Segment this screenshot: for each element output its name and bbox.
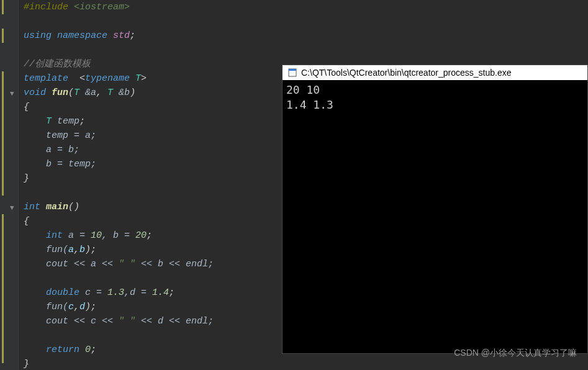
string-literal: " " [119,316,135,327]
line-modified-marker [2,71,4,196]
keyword: return [24,345,79,355]
keyword: namespace [52,30,107,41]
keyword: int [24,202,40,212]
function-call: fun( [24,302,68,312]
code-line[interactable]: } [24,357,588,370]
variable: c [68,302,74,312]
punctuation: ) [130,88,135,98]
code-line[interactable]: #include <iostream> [24,0,588,14]
punctuation: > [141,73,147,84]
statement: << d << endl; [135,316,214,327]
punctuation: ( [68,88,74,98]
statement: temp = a; [24,130,96,141]
punctuation: ; [169,287,174,298]
punctuation: ; [130,30,135,41]
number-literal: 1.3 [107,287,124,298]
line-modified-marker [2,0,4,14]
function-name: fun [46,88,68,98]
fold-toggle-icon[interactable]: ▼ [10,201,14,215]
brace: } [24,173,29,184]
preprocessor-directive: #include [24,2,68,12]
statement: << b << endl; [135,259,214,269]
punctuation: ,d = [124,287,152,298]
brace: { [24,102,29,112]
code-line[interactable]: using namespace std; [24,29,588,43]
keyword: void [24,88,46,98]
type-param: T [130,73,141,84]
statement: cout << a << [24,259,119,269]
keyword: typename [85,73,130,84]
console-titlebar[interactable]: C:\QT\Tools\QtCreator\bin\qtcreator_proc… [283,65,587,80]
variable: temp [57,116,79,127]
type: T [24,116,57,127]
console-output[interactable]: 20 10 1.4 1.3 [283,80,587,353]
punctuation: ; [79,116,85,127]
console-window-icon [287,68,297,78]
type: T [74,88,85,98]
namespace-name: std [107,30,130,41]
number-literal: 1.4 [152,287,169,298]
variable: a [68,245,74,255]
number-literal: 0 [79,345,91,355]
variable: c = [79,287,107,298]
punctuation: , [74,302,79,312]
punctuation: ; [147,230,152,241]
punctuation: ); [85,245,96,255]
console-line: 1.4 1.3 [286,98,333,111]
keyword: template [24,73,68,84]
number-literal: 20 [135,230,147,241]
comment: //创建函数模板 [24,59,91,70]
console-window[interactable]: C:\QT\Tools\QtCreator\bin\qtcreator_proc… [282,65,588,354]
brace: } [24,359,29,369]
parameter: &a [85,88,96,98]
svg-rect-1 [289,69,296,71]
punctuation: < [68,73,85,84]
string-literal: " " [119,259,135,269]
punctuation: , [74,245,79,255]
punctuation: , b = [102,230,135,241]
statement: cout << c << [24,316,119,327]
statement: b = temp; [24,159,96,169]
punctuation: , [96,88,107,98]
punctuation: () [68,202,79,212]
keyword: int [24,230,63,241]
brace: { [24,216,29,227]
watermark-text: CSDN @小徐今天认真学习了嘛 [454,348,577,359]
punctuation: ); [85,302,96,312]
editor-gutter: ▼ ▼ [0,0,19,370]
number-literal: 10 [91,230,102,241]
code-line[interactable] [24,43,588,57]
statement: a = b; [24,145,79,155]
line-modified-marker [2,29,4,43]
code-line[interactable] [24,14,588,29]
keyword: double [24,287,79,298]
parameter: &b [119,88,130,98]
keyword: using [24,30,52,41]
variable: d [79,302,85,312]
punctuation: ; [91,345,96,355]
function-call: fun( [24,245,68,255]
function-name: main [40,202,68,212]
include-header: <iostream> [68,2,130,12]
fold-toggle-icon[interactable]: ▼ [10,87,14,101]
console-title-text: C:\QT\Tools\QtCreator\bin\qtcreator_proc… [301,68,511,78]
variable: a = [63,230,91,241]
type: T [107,88,119,98]
line-modified-marker [2,214,4,363]
variable: b [79,245,85,255]
console-line: 20 10 [286,83,320,96]
